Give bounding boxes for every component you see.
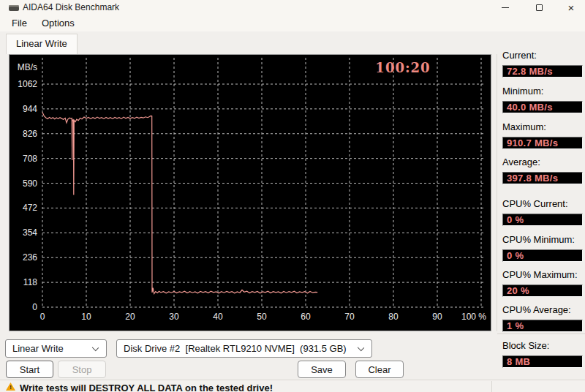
stat-label: CPU% Average: <box>502 304 583 316</box>
svg-text:944: 944 <box>23 104 37 114</box>
svg-text:0: 0 <box>32 302 37 312</box>
aida64-disk-benchmark-window: AIDA64 Disk Benchmark × File Options Lin… <box>0 0 585 392</box>
chevron-down-icon <box>358 344 364 351</box>
stat-value: 910.7 MB/s <box>502 137 583 149</box>
statusbar-warning-text: Write tests will DESTROY ALL DATA on the… <box>20 381 273 392</box>
menu-options[interactable]: Options <box>34 15 82 31</box>
stat-label: Maximum: <box>502 121 583 133</box>
speed-line <box>42 113 317 294</box>
stat-cpu-current: CPU% Current: 0 % <box>502 198 583 210</box>
svg-text:472: 472 <box>23 203 37 213</box>
stat-value: 0 % <box>502 249 583 262</box>
stat-minimum: Minimum: 40.0 MB/s <box>502 86 583 97</box>
svg-text:60: 60 <box>301 312 311 322</box>
svg-text:590: 590 <box>23 178 37 189</box>
statusbar-divider <box>491 381 492 392</box>
menu-file[interactable]: File <box>4 15 34 31</box>
stat-maximum: Maximum: 910.7 MB/s <box>502 121 583 133</box>
svg-text:MB/s: MB/s <box>18 62 37 72</box>
stat-value: 72.8 MB/s <box>502 65 583 78</box>
disk-drive-value: Disk Drive #2 [Realtek RTL9210 NVME] (93… <box>124 340 347 357</box>
warning-icon-exclamation: ! <box>6 382 15 391</box>
save-button[interactable]: Save <box>298 361 346 378</box>
svg-text:708: 708 <box>23 154 37 164</box>
stat-value: 0 % <box>502 214 583 226</box>
svg-text:90: 90 <box>432 312 442 322</box>
titlebar: AIDA64 Disk Benchmark × <box>0 0 585 15</box>
panel-divider-horizontal <box>497 333 585 334</box>
close-button[interactable]: × <box>554 0 585 15</box>
clear-button[interactable]: Clear <box>355 361 404 378</box>
stat-value: 40.0 MB/s <box>502 101 583 113</box>
stat-cpu-maximum: CPU% Maximum: 20 % <box>502 269 583 281</box>
stat-value: 397.8 MB/s <box>502 172 583 184</box>
svg-text:100 %: 100 % <box>461 312 486 322</box>
y-axis-labels: MB/s01182363544725907088269441062 <box>18 62 38 312</box>
x-axis-labels: 0102030405060708090100 % <box>40 312 487 322</box>
maximize-icon <box>536 4 543 11</box>
app-icon <box>9 5 19 11</box>
statusbar: ! Write tests will DESTROY ALL DATA on t… <box>0 380 585 392</box>
test-type-value: Linear Write <box>12 340 64 357</box>
window-title: AIDA64 Disk Benchmark <box>23 0 119 15</box>
svg-text:30: 30 <box>169 312 179 322</box>
tab-linear-write[interactable]: Linear Write <box>6 34 78 54</box>
stat-label: CPU% Maximum: <box>502 269 583 281</box>
stat-value: 20 % <box>502 284 583 297</box>
chart-grid <box>42 58 486 307</box>
stat-label: Current: <box>502 50 583 61</box>
svg-text:10: 10 <box>81 312 91 322</box>
elapsed-time: 100:20 <box>344 60 461 75</box>
chart-canvas: MB/s011823635447259070882694410620102030… <box>10 55 491 331</box>
disk-drive-select[interactable]: Disk Drive #2 [Realtek RTL9210 NVME] (93… <box>116 339 372 358</box>
stat-label: CPU% Minimum: <box>502 234 583 246</box>
svg-text:40: 40 <box>213 312 223 322</box>
stat-label: Block Size: <box>502 340 583 352</box>
panel-divider-vertical <box>497 54 497 331</box>
svg-text:826: 826 <box>23 129 37 139</box>
stop-button[interactable]: Stop <box>58 361 106 378</box>
stat-label: Average: <box>502 157 583 168</box>
svg-text:354: 354 <box>23 227 37 238</box>
stat-label: Minimum: <box>502 86 583 97</box>
stat-label: CPU% Current: <box>502 198 583 210</box>
benchmark-chart: MB/s011823635447259070882694410620102030… <box>9 54 491 331</box>
stat-value: 1 % <box>502 320 583 332</box>
svg-text:20: 20 <box>125 312 135 322</box>
svg-text:118: 118 <box>23 277 37 287</box>
chevron-down-icon <box>92 344 99 351</box>
minimize-button[interactable] <box>488 0 522 15</box>
svg-text:50: 50 <box>257 312 267 322</box>
maximize-button[interactable] <box>522 0 556 15</box>
menubar: File Options <box>0 15 585 31</box>
svg-text:236: 236 <box>23 252 37 263</box>
svg-text:80: 80 <box>388 312 399 322</box>
test-type-select[interactable]: Linear Write <box>5 339 107 358</box>
stat-average: Average: 397.8 MB/s <box>502 157 583 168</box>
svg-text:0: 0 <box>40 312 45 322</box>
stat-block-size: Block Size: 8 MB <box>502 340 583 352</box>
start-button[interactable]: Start <box>6 361 53 378</box>
svg-text:70: 70 <box>344 312 355 322</box>
stat-cpu-average: CPU% Average: 1 % <box>502 304 583 316</box>
stat-cpu-minimum: CPU% Minimum: 0 % <box>502 234 583 246</box>
minimize-icon <box>502 7 509 8</box>
svg-text:1062: 1062 <box>18 79 37 89</box>
stat-value: 8 MB <box>502 355 583 368</box>
close-icon: × <box>568 1 575 14</box>
stat-current: Current: 72.8 MB/s <box>502 50 583 61</box>
